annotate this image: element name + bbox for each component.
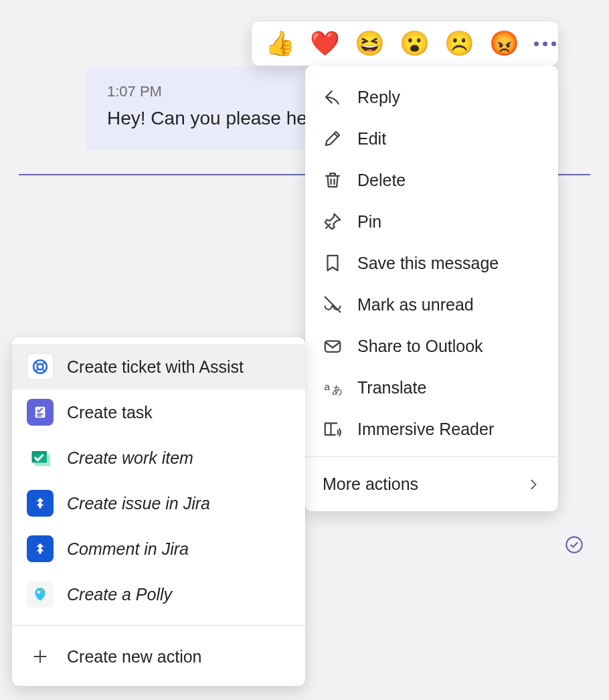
submenu-item-comment-jira[interactable]: Comment in Jira — [12, 526, 305, 572]
submenu-item-create-jira-issue[interactable]: Create issue in Jira — [12, 480, 305, 526]
reaction-angry[interactable]: 😡 — [489, 31, 519, 56]
svg-point-9 — [37, 591, 40, 594]
submenu-item-label: Create task — [67, 403, 290, 422]
more-reactions-icon[interactable] — [534, 41, 556, 46]
svg-rect-1 — [325, 341, 341, 352]
reaction-laugh[interactable]: 😆 — [355, 31, 385, 56]
menu-item-more-actions[interactable]: More actions — [305, 457, 558, 511]
sent-check-icon — [565, 535, 584, 554]
mail-icon — [323, 336, 343, 356]
pin-icon — [323, 211, 343, 232]
svg-point-0 — [566, 537, 582, 552]
menu-item-label: Delete — [357, 171, 541, 190]
menu-item-immersive-reader[interactable]: Immersive Reader — [305, 408, 558, 450]
menu-item-label: Save this message — [357, 254, 541, 273]
menu-item-label: Mark as unread — [357, 295, 541, 315]
submenu-item-create-work-item[interactable]: Create work item — [12, 435, 305, 480]
book-audio-icon — [323, 419, 343, 439]
boards-app-icon — [27, 444, 54, 471]
svg-text:あ: あ — [332, 383, 343, 396]
glasses-off-icon — [323, 294, 343, 315]
plus-icon — [27, 643, 54, 670]
reaction-surprised[interactable]: 😮 — [400, 31, 430, 56]
svg-text:a: a — [325, 381, 331, 392]
menu-item-share-outlook[interactable]: Share to Outlook — [305, 325, 558, 367]
submenu-item-label: Create issue in Jira — [67, 494, 290, 513]
reaction-sad[interactable]: ☹️ — [444, 31, 474, 56]
translate-icon: aあ — [323, 377, 343, 398]
submenu-item-create-polly[interactable]: Create a Polly — [12, 572, 305, 617]
reply-icon — [323, 87, 343, 107]
menu-item-label: Reply — [357, 88, 541, 107]
menu-item-translate[interactable]: aあ Translate — [305, 367, 558, 408]
menu-item-mark-unread[interactable]: Mark as unread — [305, 284, 558, 325]
reaction-bar: 👍 ❤️ 😆 😮 ☹️ 😡 — [252, 21, 558, 66]
menu-item-label: Translate — [357, 378, 541, 398]
menu-item-label: Share to Outlook — [357, 337, 541, 356]
submenu-divider — [12, 625, 305, 626]
reaction-heart[interactable]: ❤️ — [310, 31, 340, 56]
more-actions-submenu: Create ticket with Assist Create task Cr… — [12, 337, 305, 686]
menu-item-label: Pin — [357, 212, 541, 232]
tasks-app-icon — [27, 399, 54, 426]
submenu-item-label: Create ticket with Assist — [67, 357, 290, 377]
jira-app-icon — [27, 535, 54, 562]
menu-item-pin[interactable]: Pin — [305, 201, 558, 242]
submenu-item-label: Create work item — [67, 448, 290, 468]
menu-item-label: More actions — [323, 474, 418, 494]
submenu-item-create-task[interactable]: Create task — [12, 389, 305, 435]
submenu-item-create-new-action[interactable]: Create new action — [12, 634, 305, 679]
submenu-item-assist[interactable]: Create ticket with Assist — [12, 344, 305, 389]
submenu-item-label: Create a Polly — [67, 585, 290, 604]
menu-item-label: Immersive Reader — [357, 420, 541, 439]
menu-item-delete[interactable]: Delete — [305, 159, 558, 201]
bookmark-icon — [323, 253, 343, 273]
menu-item-label: Edit — [357, 129, 541, 149]
trash-icon — [323, 170, 343, 190]
menu-item-reply[interactable]: Reply — [305, 76, 558, 118]
reaction-like[interactable]: 👍 — [265, 31, 295, 56]
menu-item-edit[interactable]: Edit — [305, 118, 558, 159]
svg-point-5 — [37, 364, 44, 370]
menu-item-save[interactable]: Save this message — [305, 242, 558, 284]
jira-app-icon — [27, 490, 54, 517]
submenu-item-label: Create new action — [67, 647, 290, 667]
chevron-right-icon — [526, 477, 541, 492]
assist-app-icon — [27, 353, 54, 380]
pencil-icon — [323, 128, 343, 149]
submenu-item-label: Comment in Jira — [67, 539, 290, 559]
polly-app-icon — [27, 581, 54, 608]
message-context-menu: Reply Edit Delete Pin Save this message … — [305, 66, 558, 511]
